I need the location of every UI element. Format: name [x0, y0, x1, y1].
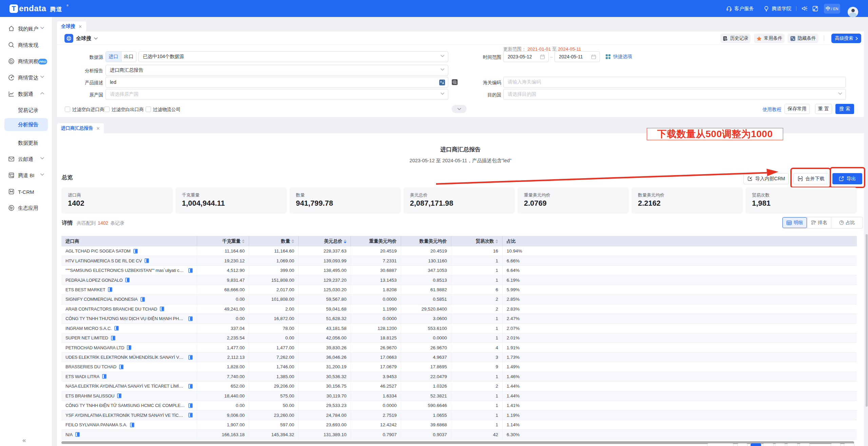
table-row[interactable]: ARAB CONTRACTORS BRANCHE DU TCHAD49,241.…: [61, 304, 857, 314]
column-header-7[interactable]: 贸易次数: [451, 236, 503, 246]
column-header-2[interactable]: 千克重量: [197, 236, 249, 246]
history-button[interactable]: 历史记录: [720, 34, 751, 43]
company-card-icon[interactable]: [114, 326, 119, 331]
table-row[interactable]: INGRAM MICRO S.A.C.337.0478.0043,181.581…: [61, 324, 857, 333]
language-switch[interactable]: 中/ EN: [824, 4, 840, 14]
toggle-export[interactable]: 出口: [121, 52, 136, 62]
form-collapse-button[interactable]: [452, 105, 467, 113]
sidebar-collapse-button[interactable]: «: [22, 436, 26, 444]
table-row[interactable]: SUPER NET LIMITED2,235.540.0042,056.0018…: [61, 333, 857, 343]
image-search-button[interactable]: [452, 79, 458, 85]
table-row[interactable]: """SAMSUNG ELECTRONICS UZBEKISTAN"" mas`…: [61, 266, 857, 275]
company-card-icon[interactable]: [117, 393, 121, 398]
company-card-icon[interactable]: [188, 413, 193, 417]
report-type-select[interactable]: 进口商汇总报告: [106, 65, 448, 76]
table-row[interactable]: N/A166,163.18145,394.32131,389.100.79070…: [61, 430, 857, 439]
sidebar-item-11[interactable]: T-CRM: [0, 186, 52, 198]
sidebar-item-8[interactable]: 数据更新: [0, 137, 52, 149]
column-header-3[interactable]: 数量: [249, 236, 299, 246]
view-share[interactable]: 占比: [831, 217, 863, 228]
view-ranking[interactable]: 排名: [807, 217, 831, 228]
filter-checkbox-1[interactable]: [65, 107, 70, 112]
pagination-button-8[interactable]: [831, 443, 841, 446]
filter-checkbox-3[interactable]: [146, 107, 151, 112]
company-card-icon[interactable]: [188, 268, 193, 273]
translate-icon[interactable]: [439, 79, 445, 86]
table-row[interactable]: ETS BRAHIM SALISSOU18,440.00575.0030,119…: [61, 391, 857, 401]
table-row[interactable]: ETS BEST MARKET68,666.002,017.00125,030.…: [61, 285, 857, 295]
date-to-input[interactable]: 2024-05-11: [554, 51, 600, 62]
company-card-icon[interactable]: [108, 287, 112, 292]
origin-country-select[interactable]: 请选择原产国: [106, 89, 448, 100]
table-row[interactable]: UDES ELEKTRİK ELEKTRONİK MÜHENDİSLİK SAN…: [61, 353, 857, 362]
sidebar-item-2[interactable]: 商情发现: [0, 39, 52, 51]
table-row[interactable]: CÔNG TY TNHH ĐIỆN TỬ SAMSUNG HCMC CE COM…: [61, 401, 857, 410]
company-card-icon[interactable]: [119, 365, 124, 369]
date-from-input[interactable]: 2023-05-12: [503, 51, 549, 62]
hide-conditions-button[interactable]: 隐藏条件: [788, 34, 818, 43]
advanced-search-button[interactable]: 高级搜索: [831, 34, 861, 43]
sort-icons[interactable]: [242, 239, 245, 243]
save-common-button[interactable]: 保存常用: [785, 104, 810, 114]
destination-select[interactable]: 请选择目的国: [503, 89, 846, 100]
favorites-button[interactable]: 常用条件: [754, 34, 785, 43]
hs-code-input[interactable]: 请输入海关编码: [503, 77, 846, 88]
company-card-icon[interactable]: [188, 355, 193, 360]
company-card-icon[interactable]: [125, 278, 130, 282]
sidebar-item-10[interactable]: BI腾道 BI: [0, 169, 52, 182]
table-row[interactable]: PEDRAJA LOPEZ GONZALO9,831.47151,808.001…: [61, 275, 857, 285]
table-row[interactable]: PETROCHAD MANGARA LTD1,477.001,477.0039,…: [61, 343, 857, 352]
customer-service-link[interactable]: 客户服务: [726, 5, 754, 12]
company-card-icon[interactable]: [160, 306, 164, 311]
search-button[interactable]: 搜 索: [835, 104, 854, 114]
company-card-icon[interactable]: [188, 384, 193, 389]
panel-title-chevron-icon[interactable]: [94, 37, 98, 40]
company-card-icon[interactable]: [102, 374, 107, 379]
product-desc-input[interactable]: led: [106, 77, 448, 88]
announcement-button[interactable]: [801, 5, 808, 12]
reset-button[interactable]: 重 置: [815, 104, 832, 114]
sidebar-item-6[interactable]: 贸易记录: [0, 104, 52, 116]
logo-text[interactable]: endata: [19, 4, 46, 13]
data-source-select[interactable]: 已选中104个数据源: [138, 51, 448, 62]
column-header-4[interactable]: 美元总价: [299, 236, 351, 246]
pagination-button-2[interactable]: [737, 443, 748, 446]
table-row[interactable]: AGL TCHAD P/C SOGEA SATOM11,164.6011,164…: [61, 246, 857, 256]
sidebar-item-7[interactable]: 分析报告: [4, 118, 48, 131]
sidebar-item-4[interactable]: 商情雷达: [0, 72, 52, 84]
company-card-icon[interactable]: [133, 249, 138, 254]
tab-close-icon[interactable]: ✕: [78, 24, 82, 29]
horizontal-scrollbar[interactable]: [61, 441, 854, 444]
company-card-icon[interactable]: [75, 432, 80, 437]
company-card-icon[interactable]: [140, 297, 145, 302]
sort-icons[interactable]: [495, 239, 498, 243]
company-card-icon[interactable]: [130, 423, 134, 427]
sidebar-item-5[interactable]: 数据通: [0, 88, 52, 100]
sidebar-item-3[interactable]: 商情洞察PRO: [0, 55, 52, 68]
table-row[interactable]: ETS WADI LITRA7,740.001,385.0030,536.323…: [61, 372, 857, 382]
sort-icons[interactable]: [344, 239, 346, 243]
fullscreen-button[interactable]: [812, 6, 818, 12]
tab-importer-report[interactable]: 进口商汇总报告 ✕: [57, 123, 104, 133]
pagination-button-7[interactable]: [799, 443, 810, 446]
company-card-icon[interactable]: [188, 316, 193, 321]
tutorial-link[interactable]: 使用教程: [762, 107, 781, 113]
pagination-button-4[interactable]: [763, 443, 774, 446]
table-row[interactable]: CÔNG TY TNHH THƯƠNG MẠI DỊCH VỤ ĐIỆN MẠN…: [61, 314, 857, 323]
pagination-button-5[interactable]: [775, 443, 785, 446]
sidebar-item-9[interactable]: 云邮通: [0, 153, 52, 165]
vertical-scrollbar[interactable]: [866, 234, 868, 407]
sidebar-item-1[interactable]: 我的账户: [0, 23, 52, 35]
user-avatar[interactable]: [848, 7, 858, 17]
sidebar-item-12[interactable]: 生态应用: [0, 202, 52, 214]
company-card-icon[interactable]: [127, 345, 131, 350]
tab-close-icon[interactable]: ✕: [96, 126, 100, 131]
pagination-current-page[interactable]: [751, 443, 761, 446]
company-card-icon[interactable]: [111, 336, 115, 340]
quick-options-link[interactable]: 快捷选项: [605, 54, 632, 60]
pagination-button-1[interactable]: [707, 443, 734, 446]
table-row[interactable]: SIGNIFY COMMERCIAL INDONESIA0.00101,808.…: [61, 295, 857, 304]
pagination-button-6[interactable]: [787, 443, 798, 446]
table-row[interactable]: BRASSERIES DU TCHAD1,828.001,746.0031,20…: [61, 362, 857, 372]
table-row[interactable]: FEILO SYLVANIA PANAMA S.A.1,907.00597.00…: [61, 420, 857, 430]
